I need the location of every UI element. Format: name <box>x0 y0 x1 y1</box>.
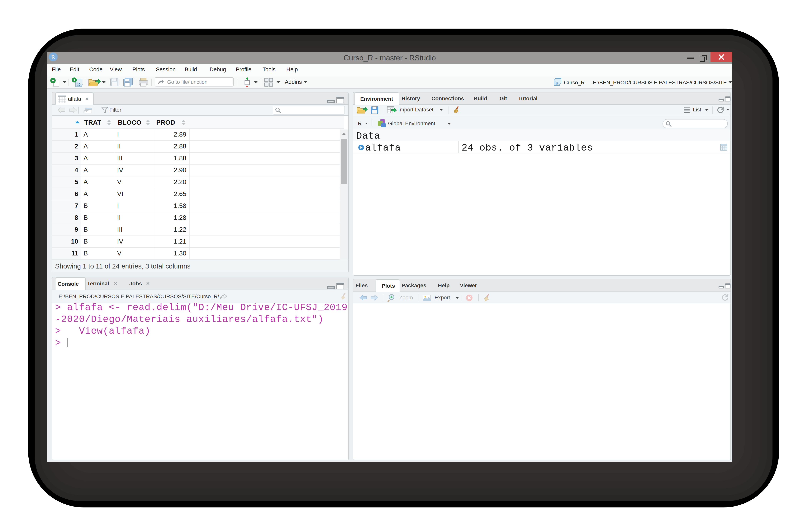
svg-text:R: R <box>77 82 80 87</box>
svg-text:R: R <box>555 81 558 86</box>
